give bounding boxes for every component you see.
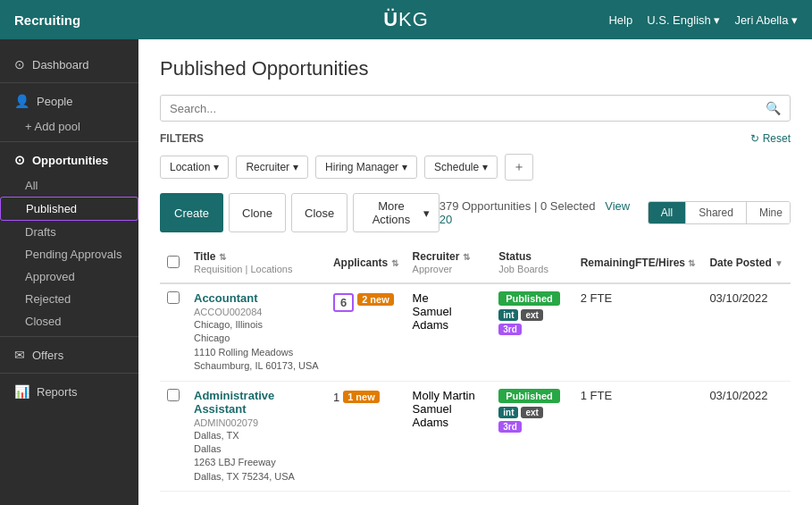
app-logo: ÜKG <box>383 8 429 31</box>
sidebar-sub-rejected[interactable]: Rejected <box>0 288 138 310</box>
sidebar-item-people[interactable]: 👤 People <box>0 87 138 115</box>
location-text: Dallas, TXDallas1263 LBJ FreewayDallas, … <box>194 429 319 484</box>
header-date-posted: Date Posted ▼ <box>702 243 791 283</box>
job-board-int: int <box>498 309 518 321</box>
search-input[interactable] <box>170 102 766 115</box>
reports-icon: 📊 <box>14 384 29 399</box>
divider-2 <box>0 141 138 142</box>
job-board-badges: int ext 3rd <box>498 407 565 433</box>
approver-name: Samuel Adams <box>413 305 452 332</box>
sidebar: ⊙ Dashboard 👤 People + Add pool ⊙ Opport… <box>0 39 138 505</box>
table-header-row: Title ⇅ Requisition | Locations Applican… <box>160 243 791 283</box>
sidebar-sub-published[interactable]: Published <box>0 197 138 221</box>
applicant-count-badge[interactable]: 6 <box>333 293 354 312</box>
table-row: Accountant ACCOU002084 Chicago, Illinois… <box>160 283 791 381</box>
date-posted: 03/10/2022 <box>709 389 767 402</box>
toggle-all[interactable]: All <box>649 202 686 223</box>
job-board-3rd: 3rd <box>498 421 522 433</box>
layout: ⊙ Dashboard 👤 People + Add pool ⊙ Opport… <box>0 39 812 505</box>
sidebar-item-label: Dashboard <box>32 58 89 72</box>
sidebar-item-add-pool[interactable]: + Add pool <box>0 115 138 138</box>
status-badge: Published <box>498 389 560 403</box>
header-checkbox-col <box>160 243 187 283</box>
close-button[interactable]: Close <box>291 193 347 232</box>
sidebar-sub-approved[interactable]: Approved <box>0 265 138 288</box>
filter-schedule[interactable]: Schedule ▾ <box>424 156 498 179</box>
clone-button[interactable]: Clone <box>229 193 286 232</box>
chevron-down-icon: ▾ <box>423 206 430 220</box>
job-title-link[interactable]: Administrative Assistant <box>194 389 274 416</box>
applicant-count: 1 <box>333 391 339 404</box>
divider-4 <box>0 373 138 374</box>
approver-name: Samuel Adams <box>413 402 452 429</box>
action-buttons: Create Clone Close More Actions ▾ <box>160 193 439 232</box>
divider-1 <box>0 82 138 83</box>
opportunities-icon: ⊙ <box>14 153 25 167</box>
table-row: Administrative Assistant ADMIN002079 Dal… <box>160 381 791 492</box>
job-title-link[interactable]: Accountant <box>194 291 258 305</box>
row-fte-cell: 1 FTE <box>573 381 703 492</box>
sidebar-section-main: ⊙ Dashboard 👤 People + Add pool ⊙ Opport… <box>0 39 138 413</box>
row-date-cell: 03/10/2022 <box>702 283 791 381</box>
chevron-down-icon: ▾ <box>293 161 298 173</box>
sidebar-item-offers[interactable]: ✉ Offers <box>0 341 138 369</box>
sidebar-sub-drafts[interactable]: Drafts <box>0 221 138 243</box>
req-id: ACCOU002084 <box>194 307 262 317</box>
search-icon: 🔍 <box>766 101 781 115</box>
sidebar-item-dashboard[interactable]: ⊙ Dashboard <box>0 50 138 79</box>
sidebar-sub-all[interactable]: All <box>0 174 138 197</box>
nav-right: Help U.S. English ▾ Jeri Abella ▾ <box>608 13 798 27</box>
date-posted: 03/10/2022 <box>709 291 767 305</box>
filter-recruiter[interactable]: Recruiter ▾ <box>236 156 308 179</box>
sidebar-sub-pending-approvals[interactable]: Pending Approvals <box>0 243 138 265</box>
recruiter-name: Me <box>413 291 429 305</box>
create-button[interactable]: Create <box>160 193 223 232</box>
help-link[interactable]: Help <box>608 13 632 27</box>
row-checkbox[interactable] <box>167 291 180 304</box>
row-title-cell: Administrative Assistant ADMIN002079 Dal… <box>187 381 326 492</box>
filter-buttons: Location ▾ Recruiter ▾ Hiring Manager ▾ … <box>160 154 791 181</box>
sidebar-sub-closed[interactable]: Closed <box>0 310 138 332</box>
applicants-container: 1 1 new <box>333 389 398 404</box>
user-menu[interactable]: Jeri Abella ▾ <box>734 13 798 27</box>
sidebar-item-label: Reports <box>37 385 78 399</box>
header-recruiter: Recruiter ⇅ Approver <box>406 243 492 283</box>
job-board-3rd: 3rd <box>498 324 522 335</box>
offers-icon: ✉ <box>14 348 25 362</box>
new-badge: 1 new <box>343 391 380 403</box>
language-selector[interactable]: U.S. English ▾ <box>647 13 720 27</box>
applicants-container: 6 2 new <box>333 291 398 312</box>
top-nav: Recruiting ÜKG Help U.S. English ▾ Jeri … <box>0 0 812 39</box>
reset-button[interactable]: ↻ Reset <box>750 132 791 145</box>
filters-row: FILTERS ↻ Reset <box>160 132 791 145</box>
row-recruiter-cell: Molly Martin Samuel Adams <box>406 381 492 492</box>
req-id: ADMIN002079 <box>194 417 258 428</box>
header-applicants: Applicants ⇅ <box>326 243 406 283</box>
status-badge: Published <box>498 291 560 306</box>
row-status-cell: Published int ext 3rd <box>491 381 573 492</box>
sidebar-item-opportunities[interactable]: ⊙ Opportunities <box>0 146 138 174</box>
row-recruiter-cell: Me Samuel Adams <box>406 283 492 381</box>
app-name: Recruiting <box>14 13 80 28</box>
sidebar-item-reports[interactable]: 📊 Reports <box>0 377 138 406</box>
divider-3 <box>0 336 138 337</box>
toggle-mine[interactable]: Mine <box>747 202 791 223</box>
add-filter-button[interactable]: ＋ <box>505 154 533 181</box>
reset-icon: ↻ <box>750 132 759 145</box>
row-status-cell: Published int ext 3rd <box>491 283 573 381</box>
filter-location[interactable]: Location ▾ <box>160 156 229 179</box>
select-all-checkbox[interactable] <box>167 256 180 268</box>
toolbar-row: Create Clone Close More Actions ▾ 379 Op… <box>160 193 791 232</box>
people-icon: 👤 <box>14 94 29 108</box>
main-content: Published Opportunities 🔍 FILTERS ↻ Rese… <box>138 39 812 505</box>
row-checkbox[interactable] <box>167 389 180 401</box>
more-actions-button[interactable]: More Actions ▾ <box>353 193 439 232</box>
job-board-ext: ext <box>521 407 542 418</box>
sidebar-item-label: Offers <box>32 349 63 362</box>
view-toggle: All Shared Mine <box>648 201 791 224</box>
recruiter-name: Molly Martin <box>413 389 475 402</box>
toggle-shared[interactable]: Shared <box>686 202 747 223</box>
row-fte-cell: 2 FTE <box>573 283 703 381</box>
filter-hiring-manager[interactable]: Hiring Manager ▾ <box>315 156 417 179</box>
opportunities-count: 379 Opportunities | 0 Selected View 20 <box>439 199 639 226</box>
